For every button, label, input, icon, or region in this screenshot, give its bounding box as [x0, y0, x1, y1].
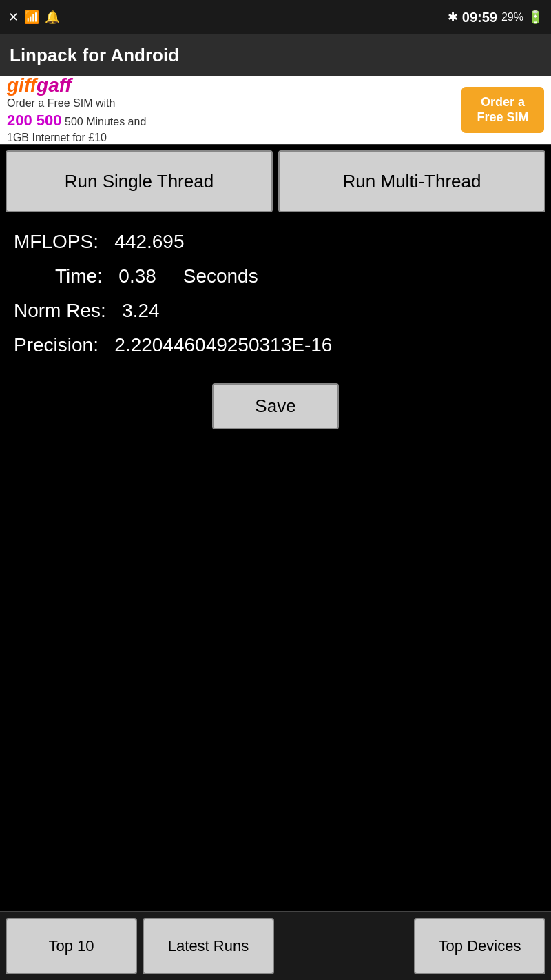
close-icon: ✕	[8, 10, 19, 25]
mflops-line: MFLOPS: 442.695	[14, 225, 537, 259]
run-button-row: Run Single Thread Run Multi-Thread	[0, 145, 551, 218]
save-button[interactable]: Save	[212, 383, 338, 429]
precision-value: 2.220446049250313E-16	[114, 334, 332, 356]
run-multi-thread-button[interactable]: Run Multi-Thread	[278, 150, 545, 212]
normres-value: 3.24	[122, 300, 160, 321]
notification-icon: 🔔	[45, 10, 60, 25]
top-devices-button[interactable]: Top Devices	[414, 918, 545, 974]
ad-brand-logo: giffgaff	[7, 76, 72, 96]
normres-line: Norm Res: 3.24	[14, 294, 537, 328]
status-time: 09:59	[462, 10, 497, 25]
top-10-button[interactable]: Top 10	[6, 918, 137, 974]
latest-runs-button[interactable]: Latest Runs	[143, 918, 274, 974]
precision-label: Precision:	[14, 334, 98, 356]
battery-icon: 🔋	[528, 10, 543, 25]
bluetooth-icon: ✱	[448, 10, 458, 25]
time-line: Time: 0.38 Seconds	[14, 259, 537, 294]
status-battery: 29%	[501, 11, 523, 23]
save-container: Save	[0, 369, 551, 443]
ad-order-button[interactable]: Order a Free SIM	[461, 87, 544, 133]
time-label: Time:	[55, 265, 103, 287]
title-bar: Linpack for Android	[0, 34, 551, 76]
normres-label: Norm Res:	[14, 300, 106, 321]
ad-highlight: 200 500	[7, 112, 62, 129]
status-icons-right: ✱ 09:59 29% 🔋	[448, 10, 543, 25]
status-bar: ✕ 📶 🔔 ✱ 09:59 29% 🔋	[0, 0, 551, 34]
ad-text: Order a Free SIM with 200 500 500 Minute…	[7, 96, 146, 145]
app-title: Linpack for Android	[10, 45, 179, 66]
ad-content-left: giffgaff Order a Free SIM with 200 500 5…	[7, 76, 146, 145]
mflops-value: 442.695	[114, 231, 184, 252]
mflops-label: MFLOPS:	[14, 231, 98, 252]
main-content: Run Single Thread Run Multi-Thread MFLOP…	[0, 145, 551, 911]
status-icons-left: ✕ 📶 🔔	[8, 10, 60, 25]
precision-line: Precision: 2.220446049250313E-16	[14, 328, 537, 363]
results-area: MFLOPS: 442.695 Time: 0.38 Seconds Norm …	[0, 218, 551, 369]
content-spacer	[0, 443, 551, 911]
bottom-nav: Top 10 Latest Runs Top Devices	[0, 911, 551, 980]
run-single-thread-button[interactable]: Run Single Thread	[6, 150, 273, 212]
time-value: 0.38	[118, 265, 156, 287]
time-unit: Seconds	[183, 265, 258, 287]
ad-banner[interactable]: giffgaff Order a Free SIM with 200 500 5…	[0, 76, 551, 145]
wifi-icon: 📶	[24, 10, 39, 25]
